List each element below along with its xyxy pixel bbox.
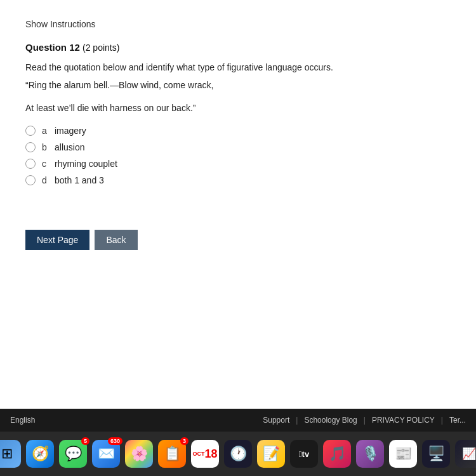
dock-appletv[interactable]: tv xyxy=(290,440,318,468)
option-letter-b: b xyxy=(42,142,55,152)
option-radio-b[interactable] xyxy=(25,142,36,152)
option-text-a: imagery xyxy=(55,126,86,136)
dock-reminders[interactable]: 📋 3 xyxy=(158,440,186,468)
dock-music[interactable]: 🎵 xyxy=(323,440,351,468)
option-text-b: allusion xyxy=(55,142,84,152)
dock-safari[interactable]: 🧭 xyxy=(26,440,54,468)
footer-links: Support | Schoology Blog | PRIVACY POLIC… xyxy=(263,416,466,425)
footer-sep1: | xyxy=(296,416,298,425)
mail-badge: 630 xyxy=(108,437,122,445)
launchpad-icon: ⊞ xyxy=(1,446,13,462)
news-icon: 📰 xyxy=(395,446,412,462)
footer-sep3: | xyxy=(441,416,443,425)
show-instructions-link[interactable]: Show Instructions xyxy=(25,19,451,29)
screentime-icon: 🖥️ xyxy=(428,446,445,462)
cursor-area xyxy=(25,204,451,223)
footer-sep2: | xyxy=(364,416,366,425)
dock-calendar[interactable]: OCT 18 xyxy=(191,440,219,468)
dock-notes[interactable]: 📝 xyxy=(257,440,285,468)
option-letter-a: a xyxy=(42,126,55,136)
dock-mail[interactable]: ✉️ 630 xyxy=(92,440,120,468)
option-radio-c[interactable] xyxy=(25,159,36,169)
footer-support[interactable]: Support xyxy=(263,416,289,425)
reminders-badge: 3 xyxy=(180,437,188,445)
dock-podcasts[interactable]: 🎙️ xyxy=(356,440,384,468)
option-text-c: rhyming couplet xyxy=(55,159,117,169)
dock-news[interactable]: 📰 xyxy=(389,440,417,468)
notes-icon: 📝 xyxy=(263,446,280,462)
option-text-d: both 1 and 3 xyxy=(55,175,104,185)
option-radio-d[interactable] xyxy=(25,175,36,185)
mail-icon: ✉️ xyxy=(98,446,115,462)
question-number: Question 12 xyxy=(25,42,80,53)
footer-schoology-blog[interactable]: Schoology Blog xyxy=(304,416,357,425)
dock-photos[interactable]: 🌸 xyxy=(125,440,153,468)
safari-icon: 🧭 xyxy=(32,446,49,462)
option-row-d[interactable]: d both 1 and 3 xyxy=(25,175,451,185)
question-prompt: Read the quotation below and identify wh… xyxy=(25,60,451,74)
footer-bar: English Support | Schoology Blog | PRIVA… xyxy=(0,409,476,432)
messages-icon: 💬 xyxy=(65,446,82,462)
option-letter-d: d xyxy=(42,175,55,185)
question-quote-line1: “Ring the alarum bell.—Blow wind, come w… xyxy=(25,78,451,92)
question-points: (2 points) xyxy=(83,43,119,53)
option-row-c[interactable]: c rhyming couplet xyxy=(25,159,451,169)
dock-screentime[interactable]: 🖥️ xyxy=(422,440,450,468)
back-button[interactable]: Back xyxy=(95,230,137,250)
options-container: a imagery b allusion c rhyming couplet d… xyxy=(25,126,451,185)
option-row-b[interactable]: b allusion xyxy=(25,142,451,152)
dock-bar: ⊞ 🧭 💬 5 ✉️ 630 🌸 📋 3 OCT 18 🕐 📝 tv 🎵 🎙️… xyxy=(0,432,476,476)
dock-stocks[interactable]: 📈 xyxy=(455,440,476,468)
footer-privacy-policy[interactable]: PRIVACY POLICY xyxy=(372,416,435,425)
option-radio-a[interactable] xyxy=(25,126,36,136)
next-page-button[interactable]: Next Page xyxy=(25,230,89,250)
dock-launchpad[interactable]: ⊞ xyxy=(0,440,21,468)
calendar-month: OCT xyxy=(192,451,204,457)
stocks-icon: 📈 xyxy=(462,447,476,461)
music-icon: 🎵 xyxy=(329,446,346,462)
messages-badge: 5 xyxy=(81,437,89,445)
footer-language: English xyxy=(10,416,35,425)
buttons-row: Next Page Back xyxy=(25,230,451,250)
reminders-icon: 📋 xyxy=(164,446,181,462)
calendar-day: 18 xyxy=(204,448,217,459)
option-row-a[interactable]: a imagery xyxy=(25,126,451,136)
main-content: Show Instructions Question 12 (2 points)… xyxy=(0,0,476,409)
option-letter-c: c xyxy=(42,159,55,169)
footer-terms[interactable]: Ter... xyxy=(449,416,466,425)
dock-clock[interactable]: 🕐 xyxy=(224,440,252,468)
question-header: Question 12 (2 points) xyxy=(25,42,451,53)
podcasts-icon: 🎙️ xyxy=(362,446,379,462)
clock-icon: 🕐 xyxy=(230,446,247,462)
appletv-icon: tv xyxy=(299,449,309,459)
dock-messages[interactable]: 💬 5 xyxy=(59,440,87,468)
photos-icon: 🌸 xyxy=(131,446,148,462)
question-quote-line2: At least we’ll die with harness on our b… xyxy=(25,96,451,113)
